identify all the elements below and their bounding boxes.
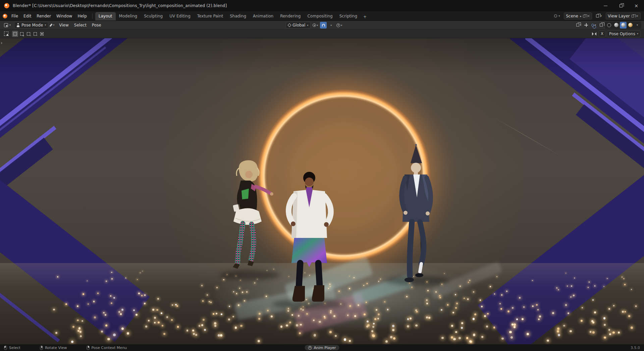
shading-options-select[interactable]: ▾ xyxy=(634,22,641,29)
floor-light xyxy=(141,295,143,296)
viewport-3d[interactable]: › xyxy=(0,38,644,344)
wireframe-sphere-icon xyxy=(607,23,611,27)
transform-orientation-select[interactable]: Global ▾ xyxy=(286,22,311,29)
floor-light xyxy=(514,326,516,328)
pose-options-dropdown[interactable]: Pose Options ▾ xyxy=(607,31,641,37)
pivot-point-select[interactable]: ▾ xyxy=(312,22,319,29)
active-tool-button[interactable] xyxy=(3,31,9,37)
floor-light xyxy=(527,333,529,335)
floor-light xyxy=(624,284,626,285)
menu-edit[interactable]: Edit xyxy=(21,12,34,20)
view-layer-name[interactable]: View Layer xyxy=(608,14,630,18)
tab-modeling[interactable]: Modeling xyxy=(116,12,141,20)
floor-light xyxy=(557,330,559,333)
unlink-scene-icon[interactable]: × xyxy=(587,14,590,18)
new-scene-icon[interactable] xyxy=(583,15,585,17)
floor-light xyxy=(199,325,200,327)
floor-light xyxy=(461,327,463,329)
hint-label: Select xyxy=(9,346,20,350)
character-dancer-left[interactable] xyxy=(218,156,282,277)
proportional-edit-select[interactable]: ▾ xyxy=(335,22,343,29)
menu-help[interactable]: Help xyxy=(75,12,89,20)
floor-light xyxy=(235,327,237,329)
pose-mirror-button[interactable] xyxy=(591,31,597,37)
floor-light xyxy=(474,313,476,315)
floor-light xyxy=(280,325,282,328)
character-dancer-right[interactable] xyxy=(381,143,441,301)
menu-render[interactable]: Render xyxy=(34,12,54,20)
select-mode-subtract[interactable] xyxy=(25,31,32,37)
add-workspace-button[interactable]: + xyxy=(361,13,369,20)
new-view-layer-icon[interactable] xyxy=(632,15,634,17)
select-mode-intersect[interactable] xyxy=(39,31,45,37)
tab-scripting[interactable]: Scripting xyxy=(336,12,361,20)
floor-light xyxy=(441,337,443,339)
armature-options-button[interactable]: ▾ xyxy=(48,22,56,28)
tab-shading[interactable]: Shading xyxy=(226,12,250,20)
floor-light xyxy=(105,314,106,316)
snap-toggle[interactable] xyxy=(320,22,327,29)
object-type-visibility-button[interactable]: ▾ xyxy=(575,22,582,29)
remove-view-layer-icon[interactable]: × xyxy=(636,14,639,18)
floor-light xyxy=(486,325,488,328)
floor-light xyxy=(603,286,605,287)
mode-select[interactable]: Pose Mode ▾ xyxy=(14,22,48,29)
sidebar-toggle-arrow[interactable]: › xyxy=(1,40,2,45)
select-mode-extend[interactable] xyxy=(19,31,25,37)
browse-view-layer-button[interactable]: ▾ xyxy=(594,13,604,18)
tab-rendering[interactable]: Rendering xyxy=(277,12,304,20)
select-subtract-icon xyxy=(27,32,30,36)
proportional-edit-icon xyxy=(336,23,340,27)
floor-light xyxy=(608,308,610,310)
hint-pose-context-menu: Pose Context Menu xyxy=(87,346,127,350)
show-gizmo-toggle[interactable] xyxy=(583,22,590,29)
window-title: Blender* [C:\Users\Usuario\Desktop\Ferna… xyxy=(13,3,598,8)
chevron-down-icon: ▾ xyxy=(307,24,308,27)
hint-label: Pose Context Menu xyxy=(92,346,127,350)
tab-layout[interactable]: Layout xyxy=(95,12,116,20)
snap-settings-select[interactable]: ▾ xyxy=(328,22,334,29)
x-axis-mirror-toggle[interactable]: X xyxy=(599,31,605,37)
floor-light xyxy=(496,276,497,277)
view-layer-selector[interactable]: View Layer × xyxy=(606,12,641,19)
select-mode-set[interactable] xyxy=(12,31,18,37)
shading-rendered-button[interactable] xyxy=(627,22,634,29)
chevron-down-icon: ▾ xyxy=(330,24,332,27)
floor-light xyxy=(349,340,351,342)
show-overlays-toggle[interactable]: ▾ xyxy=(590,22,597,29)
select-box-tool-icon xyxy=(4,32,8,36)
select-mode-invert[interactable] xyxy=(32,31,38,37)
editor-type-button[interactable]: ▾ xyxy=(2,22,13,28)
tab-animation[interactable]: Animation xyxy=(250,12,277,20)
maximize-button[interactable] xyxy=(613,0,629,11)
blender-menu-button[interactable] xyxy=(0,14,9,18)
toggle-xray-button[interactable] xyxy=(598,22,604,29)
floor-light xyxy=(557,328,559,330)
browse-scene-button[interactable]: ▾ xyxy=(552,13,562,18)
tab-uv-editing[interactable]: UV Editing xyxy=(166,12,194,20)
chevron-down-icon: ▾ xyxy=(341,24,342,27)
shading-wireframe-button[interactable] xyxy=(606,22,612,29)
chevron-down-icon: ▾ xyxy=(637,32,638,35)
floor-light xyxy=(570,296,572,298)
shading-material-preview-button[interactable] xyxy=(620,22,627,29)
character-dancer-center[interactable] xyxy=(274,169,344,310)
floor-light xyxy=(286,324,288,327)
floor-light xyxy=(607,278,608,279)
menu-select[interactable]: Select xyxy=(71,21,89,29)
tab-compositing[interactable]: Compositing xyxy=(304,12,336,20)
tab-texture-paint[interactable]: Texture Paint xyxy=(194,12,226,20)
scene-name[interactable]: Scene xyxy=(566,14,578,18)
menu-window[interactable]: Window xyxy=(54,12,75,20)
pin-scene-icon[interactable] xyxy=(580,16,581,17)
menu-file[interactable]: File xyxy=(9,12,21,20)
close-button[interactable]: × xyxy=(629,0,644,11)
shading-solid-button[interactable] xyxy=(613,22,620,29)
minimize-button[interactable] xyxy=(598,0,613,11)
menu-view[interactable]: View xyxy=(56,21,71,29)
tab-sculpting[interactable]: Sculpting xyxy=(141,12,166,20)
stage-wedge xyxy=(0,38,137,146)
scene-selector[interactable]: Scene × xyxy=(564,12,592,19)
menu-pose[interactable]: Pose xyxy=(89,21,104,29)
overlays-icon xyxy=(591,24,594,27)
